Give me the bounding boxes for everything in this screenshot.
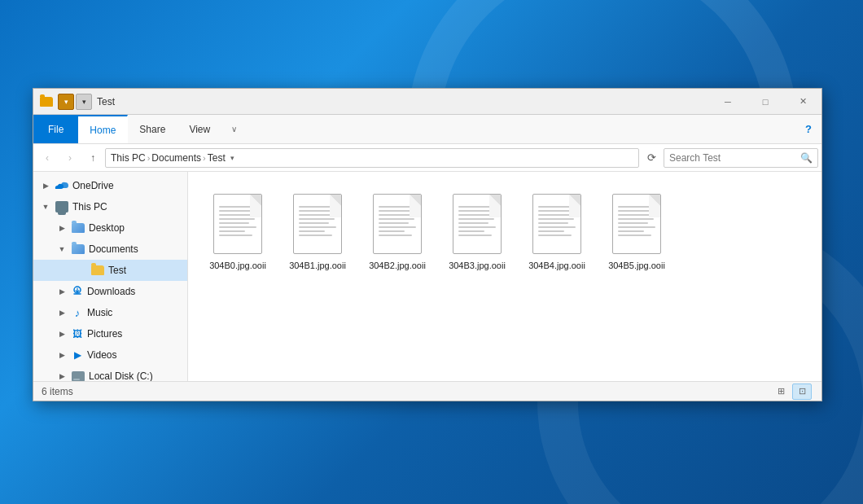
main-content: ▶ OneDrive ▼ This PC xyxy=(33,172,821,381)
sidebar: ▶ OneDrive ▼ This PC xyxy=(33,172,188,381)
status-bar: 6 items ⊞ ⊡ xyxy=(33,381,821,401)
minimize-button[interactable]: ─ xyxy=(709,89,747,115)
window-title: Test xyxy=(97,96,709,107)
document-icon xyxy=(213,194,262,254)
address-breadcrumb[interactable]: This PC › Documents › Test ▾ xyxy=(105,148,639,168)
documents-icon xyxy=(72,244,85,254)
sidebar-item-documents[interactable]: ▼ Documents xyxy=(33,239,187,260)
ribbon-tab-file[interactable]: File xyxy=(33,115,78,143)
sidebar-item-videos[interactable]: ▶ ▶ Videos xyxy=(33,344,187,366)
search-box[interactable]: 🔍 xyxy=(664,148,818,168)
sidebar-label-test: Test xyxy=(108,265,126,276)
expand-arrow-music[interactable]: ▶ xyxy=(56,307,68,318)
document-icon xyxy=(532,194,581,254)
file-icon xyxy=(291,191,344,256)
file-item[interactable]: 304B3.jpg.ooii xyxy=(440,185,514,278)
sidebar-label-local-disk: Local Disk (C:) xyxy=(89,370,153,381)
expand-arrow-videos[interactable]: ▶ xyxy=(56,349,68,361)
doc-lines xyxy=(219,206,256,239)
onedrive-icon xyxy=(55,181,69,191)
explorer-window: ▾ ▾ Test ─ □ ✕ File Home Share View ∨ ? … xyxy=(33,88,822,401)
desktop-icon xyxy=(72,223,85,233)
ribbon-tab-home[interactable]: Home xyxy=(78,115,128,143)
sidebar-label-videos: Videos xyxy=(87,349,116,361)
music-icon: ♪ xyxy=(72,307,83,318)
sidebar-item-local-disk[interactable]: ▶ Local Disk (C:) xyxy=(33,366,187,381)
local-disk-icon xyxy=(72,371,85,382)
sidebar-item-onedrive[interactable]: ▶ OneDrive xyxy=(33,175,187,196)
videos-icon: ▶ xyxy=(72,349,83,361)
sidebar-label-music: Music xyxy=(87,307,112,318)
doc-lines xyxy=(299,206,336,239)
breadcrumb-this-pc: This PC xyxy=(111,152,146,164)
view-toggle: ⊞ ⊡ xyxy=(771,383,812,400)
quick-access-button2[interactable]: ▾ xyxy=(76,94,92,110)
breadcrumb-sep2: › xyxy=(203,153,206,163)
document-icon xyxy=(373,194,422,254)
quick-access-button[interactable]: ▾ xyxy=(58,94,74,110)
doc-lines xyxy=(538,206,576,239)
doc-lines xyxy=(618,206,655,239)
items-count: 6 items xyxy=(42,386,771,397)
up-button[interactable]: ↑ xyxy=(82,147,103,169)
sidebar-label-pictures: Pictures xyxy=(87,328,122,340)
window-controls: ─ □ ✕ xyxy=(709,89,821,114)
address-dropdown-button[interactable]: ▾ xyxy=(226,148,240,168)
file-name: 304B1.jpg.ooii xyxy=(289,260,346,271)
file-name: 304B2.jpg.ooii xyxy=(369,260,426,271)
doc-lines xyxy=(379,206,416,239)
expand-arrow-this-pc[interactable]: ▼ xyxy=(40,201,51,213)
file-name: 304B5.jpg.ooii xyxy=(608,260,665,271)
file-item[interactable]: 304B2.jpg.ooii xyxy=(361,185,434,278)
back-button[interactable]: ‹ xyxy=(37,147,58,169)
file-item[interactable]: 304B4.jpg.ooii xyxy=(520,185,594,278)
view-list-button[interactable]: ⊞ xyxy=(771,383,791,400)
search-input[interactable] xyxy=(669,152,800,164)
expand-arrow-local-disk[interactable]: ▶ xyxy=(56,370,68,381)
expand-arrow-documents[interactable]: ▼ xyxy=(56,243,68,255)
sidebar-label-onedrive: OneDrive xyxy=(72,180,114,191)
title-bar: ▾ ▾ Test ─ □ ✕ xyxy=(33,89,821,115)
expand-arrow-pictures[interactable]: ▶ xyxy=(56,328,68,340)
forward-button[interactable]: › xyxy=(59,147,81,169)
file-item[interactable]: 304B0.jpg.ooii xyxy=(201,185,274,278)
ribbon-help-button[interactable]: ? xyxy=(795,115,821,143)
view-large-button[interactable]: ⊡ xyxy=(792,383,812,400)
breadcrumb-sep1: › xyxy=(147,153,151,163)
breadcrumb-test: Test xyxy=(208,152,226,164)
sidebar-item-downloads[interactable]: ▶ Downloads xyxy=(33,281,187,302)
document-icon xyxy=(612,194,661,254)
close-button[interactable]: ✕ xyxy=(784,89,821,115)
file-icon xyxy=(212,191,264,256)
file-name: 304B4.jpg.ooii xyxy=(528,260,585,271)
file-item[interactable]: 304B5.jpg.ooii xyxy=(600,185,673,278)
sidebar-item-music[interactable]: ▶ ♪ Music xyxy=(33,302,187,323)
downloads-icon xyxy=(72,286,83,297)
expand-arrow-desktop[interactable]: ▶ xyxy=(56,222,68,234)
search-icon[interactable]: 🔍 xyxy=(800,152,813,164)
address-bar: ‹ › ↑ This PC › Documents › Test ▾ ⟳ 🔍 xyxy=(33,144,821,172)
ribbon: File Home Share View ∨ ? xyxy=(33,115,821,144)
ribbon-expand-button[interactable]: ∨ xyxy=(222,115,245,143)
sidebar-item-pictures[interactable]: ▶ 🖼 Pictures xyxy=(33,323,187,344)
test-folder-icon xyxy=(91,265,104,275)
expand-arrow-downloads[interactable]: ▶ xyxy=(56,286,68,297)
document-icon xyxy=(453,194,502,254)
file-icon xyxy=(371,191,423,256)
this-pc-icon xyxy=(55,201,68,213)
document-icon xyxy=(293,194,342,254)
file-icon xyxy=(531,191,583,256)
ribbon-tab-share[interactable]: Share xyxy=(128,115,177,143)
sidebar-label-desktop: Desktop xyxy=(89,222,125,234)
refresh-button[interactable]: ⟳ xyxy=(641,147,662,169)
sidebar-item-this-pc[interactable]: ▼ This PC xyxy=(33,196,187,217)
sidebar-label-documents: Documents xyxy=(89,243,138,255)
maximize-button[interactable]: □ xyxy=(747,89,784,115)
breadcrumb-documents: Documents xyxy=(151,152,201,164)
sidebar-item-desktop[interactable]: ▶ Desktop xyxy=(33,217,187,239)
file-item[interactable]: 304B1.jpg.ooii xyxy=(281,185,354,278)
ribbon-tab-view[interactable]: View xyxy=(177,115,222,143)
expand-arrow-onedrive[interactable]: ▶ xyxy=(40,180,51,191)
doc-lines xyxy=(458,206,496,239)
sidebar-item-test[interactable]: Test xyxy=(33,260,187,281)
